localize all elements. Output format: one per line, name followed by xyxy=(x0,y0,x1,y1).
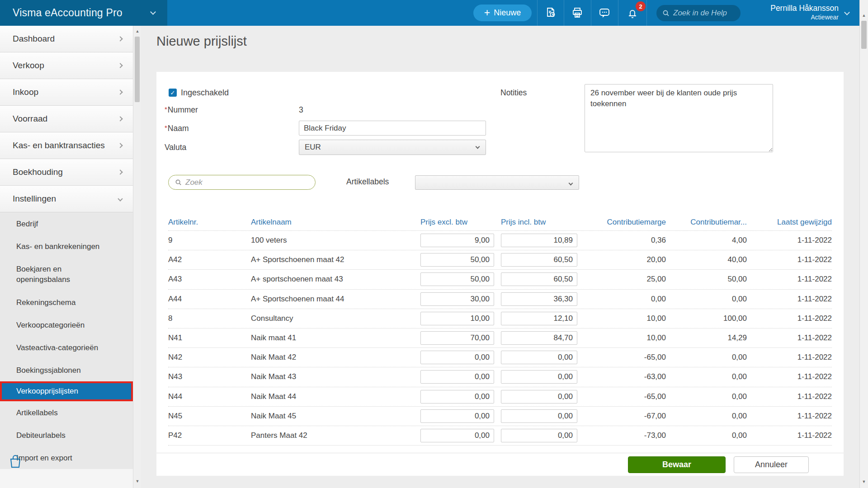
sidebar-item-verkoopcategorie-n[interactable]: Verkoopcategorieën xyxy=(0,314,133,336)
sidebar-item-verkoop[interactable]: Verkoop xyxy=(0,52,133,79)
price-excl-input[interactable] xyxy=(420,409,494,423)
currency-label: Valuta xyxy=(165,143,186,152)
sidebar-item-kas-en-banktransacties[interactable]: Kas- en banktransacties xyxy=(0,132,133,159)
price-incl-input[interactable] xyxy=(501,390,577,404)
cell-date: 1-11-2022 xyxy=(755,236,832,245)
window-scrollbar[interactable]: ▲ ▼ xyxy=(859,0,868,488)
currency-select[interactable]: EUR xyxy=(299,140,486,155)
webshop-bag-icon[interactable] xyxy=(8,454,23,469)
price-excl-input[interactable] xyxy=(420,429,494,442)
cell-date: 1-11-2022 xyxy=(755,275,832,284)
price-incl-input[interactable] xyxy=(501,409,577,423)
column-header-cm1[interactable]: Contributiemarge xyxy=(589,218,666,227)
cell-name: A+ sportschoenen maat 43 xyxy=(251,275,343,284)
price-excl-input[interactable] xyxy=(420,292,494,306)
cell-cm2: 50,00 xyxy=(670,275,747,284)
cell-date: 1-11-2022 xyxy=(755,431,832,440)
price-incl-input[interactable] xyxy=(501,234,577,247)
sidebar-item-kas-en-bankrekeningen[interactable]: Kas- en bankrekeningen xyxy=(0,235,133,258)
sidebar-item-boekjaren-en-openingsbalans[interactable]: Boekjaren en openingsbalans xyxy=(0,258,133,291)
column-header-excl[interactable]: Prijs excl. btw xyxy=(420,218,467,227)
sidebar-item-verkoopprijslijsten[interactable]: Verkoopprijslijsten xyxy=(0,381,133,401)
column-header-cm2[interactable]: Contributiemar... xyxy=(670,218,747,227)
cell-name: Panters Maat 42 xyxy=(251,431,307,440)
sidebar-scrollbar[interactable]: ▲ ▼ xyxy=(133,26,141,488)
price-excl-input[interactable] xyxy=(420,253,494,267)
price-incl-input[interactable] xyxy=(501,331,577,345)
table-body: 9100 veters0,364,001-11-2022A42A+ Sports… xyxy=(168,230,832,453)
price-incl-input[interactable] xyxy=(501,292,577,306)
cell-nr: N41 xyxy=(168,333,182,343)
column-header-incl[interactable]: Prijs incl. btw xyxy=(501,218,546,227)
column-header-nr[interactable]: Artikelnr. xyxy=(168,218,198,227)
help-search-input[interactable] xyxy=(673,9,736,18)
user-menu[interactable]: Pernilla Håkansson Actiewear xyxy=(757,3,839,22)
price-incl-input[interactable] xyxy=(501,272,577,286)
chevron-down-icon[interactable] xyxy=(844,9,850,15)
save-button[interactable]: Bewaar xyxy=(628,456,726,473)
price-incl-input[interactable] xyxy=(501,351,577,364)
notes-field[interactable]: 26 november weer bij de klanten oude pri… xyxy=(585,84,773,152)
name-field[interactable] xyxy=(299,121,486,136)
scrollbar-thumb[interactable] xyxy=(135,37,140,102)
column-header-date[interactable]: Laatst gewijzigd xyxy=(755,218,832,227)
sidebar-item-boekingssjablonen[interactable]: Boekingssjablonen xyxy=(0,359,133,381)
price-excl-input[interactable] xyxy=(420,390,494,404)
table-row: 8Consultancy10,00100,001-11-2022 xyxy=(168,309,832,328)
cell-cm2: 100,00 xyxy=(670,314,747,323)
sidebar-item-dashboard[interactable]: Dashboard xyxy=(0,26,133,52)
chat-icon[interactable] xyxy=(597,6,612,20)
sidebar-item-voorraad[interactable]: Voorraad xyxy=(0,106,133,132)
sidebar-item-boekhouding[interactable]: Boekhouding xyxy=(0,159,133,186)
column-header-name[interactable]: Artikelnaam xyxy=(251,218,292,227)
price-excl-input[interactable] xyxy=(420,312,494,325)
scroll-up-arrow[interactable]: ▲ xyxy=(133,28,142,35)
sidebar-item-inkoop[interactable]: Inkoop xyxy=(0,79,133,106)
sidebar-nav: DashboardVerkoopInkoopVoorraadKas- en ba… xyxy=(0,26,133,488)
sidebar-item-instellingen[interactable]: Instellingen xyxy=(0,186,133,212)
enabled-checkbox[interactable]: ✓ xyxy=(169,89,177,97)
cell-name: Naik Maat 43 xyxy=(251,372,296,381)
document-pending-icon[interactable] xyxy=(543,6,558,20)
cell-date: 1-11-2022 xyxy=(755,295,832,304)
price-incl-input[interactable] xyxy=(501,429,577,442)
article-labels-select[interactable] xyxy=(415,175,579,190)
price-excl-input[interactable] xyxy=(420,331,494,345)
cancel-button[interactable]: Annuleer xyxy=(734,456,809,473)
price-incl-input[interactable] xyxy=(501,253,577,267)
price-excl-input[interactable] xyxy=(420,234,494,247)
scroll-down-arrow[interactable]: ▼ xyxy=(860,478,868,485)
article-search[interactable] xyxy=(168,175,316,190)
toolbar-divider xyxy=(591,0,591,26)
scrollbar-thumb[interactable] xyxy=(861,21,867,49)
price-excl-input[interactable] xyxy=(420,370,494,384)
printer-icon[interactable] xyxy=(570,6,585,20)
price-excl-input[interactable] xyxy=(420,272,494,286)
sidebar-item-vasteactiva-categorie-n[interactable]: Vasteactiva-categorieën xyxy=(0,336,133,359)
toolbar-divider xyxy=(646,0,647,26)
help-search[interactable] xyxy=(656,5,741,21)
price-incl-input[interactable] xyxy=(501,370,577,384)
price-excl-input[interactable] xyxy=(420,351,494,364)
number-label: *Nummer xyxy=(165,105,198,115)
scroll-down-arrow[interactable]: ▼ xyxy=(133,478,142,485)
article-labels-label: Artikellabels xyxy=(346,177,389,187)
number-value: 3 xyxy=(299,105,303,115)
sidebar-item-bedrijf[interactable]: Bedrijf xyxy=(0,212,133,235)
cell-name: A+ Sportschoenen maat 44 xyxy=(251,295,344,304)
new-button[interactable]: + Nieuwe xyxy=(473,5,532,21)
chevron-right-icon xyxy=(118,116,123,121)
sidebar-item-artikellabels[interactable]: Artikellabels xyxy=(0,401,133,424)
cell-date: 1-11-2022 xyxy=(755,333,832,343)
sidebar-item-debiteurlabels[interactable]: Debiteurlabels xyxy=(0,424,133,446)
sidebar-item-rekeningschema[interactable]: Rekeningschema xyxy=(0,291,133,314)
app-switcher[interactable]: Visma eAccounting Pro xyxy=(0,0,167,26)
user-name: Pernilla Håkansson xyxy=(757,3,839,13)
settings-submenu: BedrijfKas- en bankrekeningenBoekjaren e… xyxy=(0,212,133,469)
scroll-up-arrow[interactable]: ▲ xyxy=(860,12,868,19)
cell-cm2: 0,00 xyxy=(670,372,747,381)
price-incl-input[interactable] xyxy=(501,312,577,325)
article-search-input[interactable] xyxy=(185,178,303,187)
table-row: N45Naik Maat 45-67,000,001-11-2022 xyxy=(168,407,832,426)
cell-cm1: 0,00 xyxy=(589,295,666,304)
